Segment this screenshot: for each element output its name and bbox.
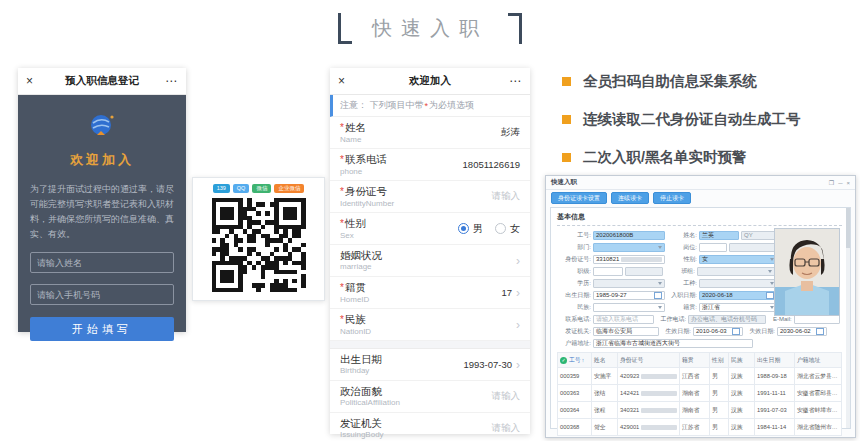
cell-birth: 1984-11-14: [755, 419, 795, 436]
table-row[interactable]: 000368 贺全 429001 江苏省 男 汉族 1984-11-14 湖北省…: [558, 419, 842, 436]
field-sublabel: phone: [340, 167, 387, 177]
column-header[interactable]: 户籍地址: [795, 353, 842, 368]
more-icon[interactable]: ⋯: [158, 74, 178, 88]
cell-nation: 汉族: [729, 385, 755, 402]
form-field-homeid[interactable]: *籍贯 HomeID 17 ›: [330, 277, 530, 309]
form-field-phone[interactable]: *联系电话 phone 18051126619: [330, 149, 530, 181]
channel-tag[interactable]: QQ: [233, 184, 250, 193]
birthdate-field[interactable]: 1985-09-27: [593, 291, 665, 300]
worktype-select[interactable]: [699, 279, 777, 288]
employee-table: ✓工号↑ 姓名 身份证号 籍贯 性别 民族 出生日期 户籍地址 000359 安…: [557, 352, 842, 436]
form-field-nation[interactable]: *民族 NationID ›: [330, 309, 530, 341]
form-field-idnumber[interactable]: *身份证号 IdentityNumber 请输入: [330, 181, 530, 213]
window-titlebar[interactable]: 快速入职 ❐ ─ ×: [546, 176, 855, 190]
form-field-issuingbody[interactable]: 发证机关 IssuingBody 请输入: [330, 413, 530, 441]
table-row[interactable]: 000364 张程 340321 湖南省 男 汉族 1991-07-03 安徽省…: [558, 402, 842, 419]
more-icon[interactable]: ⋯: [502, 74, 522, 88]
column-header[interactable]: 姓名: [592, 353, 618, 368]
close-icon[interactable]: ×: [846, 180, 850, 186]
contact-phone-field[interactable]: 请输入联系电话: [593, 315, 654, 324]
cell-birth: 1991-07-03: [755, 402, 795, 419]
column-header-id[interactable]: ✓工号↑: [560, 356, 589, 365]
field-label: 部门:: [557, 243, 591, 252]
calendar-icon[interactable]: [766, 291, 774, 299]
column-header[interactable]: 籍贯: [680, 353, 710, 368]
column-header[interactable]: 身份证号: [618, 353, 680, 368]
reader-settings-button[interactable]: 身份证读卡设置: [551, 192, 607, 204]
form-field-sex[interactable]: *性别 Sex 男 女: [330, 213, 530, 245]
minimize-icon[interactable]: ─: [838, 180, 842, 186]
phone-header: × 预入职信息登记 ⋯: [18, 68, 186, 95]
name-input[interactable]: [30, 252, 174, 273]
channel-tag[interactable]: 微信: [252, 184, 271, 193]
qr-card: 139 QQ 微信 企业微信: [192, 177, 325, 301]
department-select[interactable]: [593, 243, 665, 252]
field-label: 姓名: [345, 121, 366, 133]
cell-idcard: 340321: [618, 402, 680, 419]
welcome-description: 为了提升面试过程中的通过率，请尽可能完整填写求职者登记表和入职材料，并确保您所填…: [30, 182, 174, 241]
continuous-read-button[interactable]: 连续读卡: [611, 192, 649, 204]
redacted-blur: [641, 408, 677, 413]
form-field-political[interactable]: 政治面貌 PoliticalAffiliation 请输入: [330, 381, 530, 413]
valid-date-field[interactable]: 2010-06-03: [693, 327, 743, 336]
field-label: 工种:: [667, 279, 697, 288]
scrollbar[interactable]: [846, 208, 850, 428]
sex-select[interactable]: 女: [699, 255, 777, 264]
position-field[interactable]: [729, 243, 779, 252]
grade-field[interactable]: [625, 267, 663, 276]
name-field[interactable]: 兰英: [699, 231, 739, 240]
column-header[interactable]: 出生日期: [755, 353, 795, 368]
close-icon[interactable]: ×: [26, 74, 46, 88]
field-label: 性别:: [667, 255, 697, 264]
column-header[interactable]: 民族: [729, 353, 755, 368]
start-fill-button[interactable]: 开始填写: [30, 317, 174, 341]
hiredate-field[interactable]: 2020-06-18: [699, 291, 777, 300]
table-row[interactable]: 000363 张结 142421 湖南省 男 汉族 1991-11-11 安徽省…: [558, 385, 842, 402]
calendar-icon[interactable]: [654, 291, 662, 299]
radio-male[interactable]: [458, 223, 469, 234]
address-field[interactable]: 浙江省临海市古城街道西大街号: [593, 339, 753, 348]
team-select[interactable]: [697, 267, 775, 276]
cell-idcard: 142421: [618, 385, 680, 402]
feature-item: 全员扫码自助信息采集系统: [562, 72, 858, 91]
mobile-input[interactable]: [30, 284, 174, 305]
calendar-icon[interactable]: [732, 327, 740, 335]
field-value: 1993-07-30: [463, 359, 512, 370]
cell-id: 000364: [558, 402, 592, 419]
restore-icon[interactable]: ❐: [829, 179, 834, 186]
bullet-square-icon: [562, 115, 571, 124]
channel-tag[interactable]: 139: [213, 184, 230, 193]
position-code-field[interactable]: [699, 243, 727, 252]
expire-date-field[interactable]: 2030-06-02: [777, 327, 827, 336]
page: 快速入职 × 预入职信息登记 ⋯ 欢迎加入 为了提升面试过程中的通过率，请尽可能…: [0, 0, 860, 441]
employee-id-field[interactable]: 2020061800B: [593, 231, 665, 240]
field-value: 彭涛: [501, 126, 520, 139]
work-phone-field[interactable]: 办公电话、电话分机号码: [688, 315, 766, 324]
app-logo-icon: [87, 111, 117, 141]
channel-tag[interactable]: 企业微信: [274, 184, 304, 193]
cell-home: 湖南省: [680, 402, 710, 419]
field-label: E-Mail:: [768, 316, 792, 322]
form-field-name[interactable]: *姓名 Name 彭涛: [330, 117, 530, 149]
check-circle-icon[interactable]: ✓: [560, 357, 567, 364]
idcard-field[interactable]: 3310821: [593, 255, 665, 264]
hometown-select[interactable]: 浙江省: [699, 303, 777, 312]
preonboard-phone-screen: × 预入职信息登记 ⋯ 欢迎加入 为了提升面试过程中的通过率，请尽可能完整填写求…: [18, 68, 186, 332]
education-select[interactable]: [593, 279, 665, 288]
grade-code-field[interactable]: [593, 267, 623, 276]
bullet-square-icon: [562, 153, 571, 162]
stop-read-button[interactable]: 停止读卡: [653, 192, 691, 204]
nation-select[interactable]: [593, 303, 665, 312]
calendar-icon[interactable]: [816, 327, 824, 335]
form-field-birthday[interactable]: 出生日期 Birthday 1993-07-30 ›: [330, 349, 530, 381]
form-field-marriage[interactable]: 婚姻状况 marriage ›: [330, 245, 530, 277]
close-icon[interactable]: ×: [338, 74, 358, 88]
radio-female[interactable]: [495, 223, 506, 234]
table-row[interactable]: 000359 安施平 420923 江西省 男 汉族 1988-09-18 湖北…: [558, 368, 842, 385]
column-header[interactable]: 性别: [710, 353, 729, 368]
field-value: 17: [501, 287, 512, 298]
required-star: *: [340, 122, 344, 133]
field-label: 出生日期: [340, 353, 382, 365]
cell-idcard: 420923: [618, 368, 680, 385]
issuing-body-field[interactable]: 临海市公安局: [593, 327, 659, 336]
